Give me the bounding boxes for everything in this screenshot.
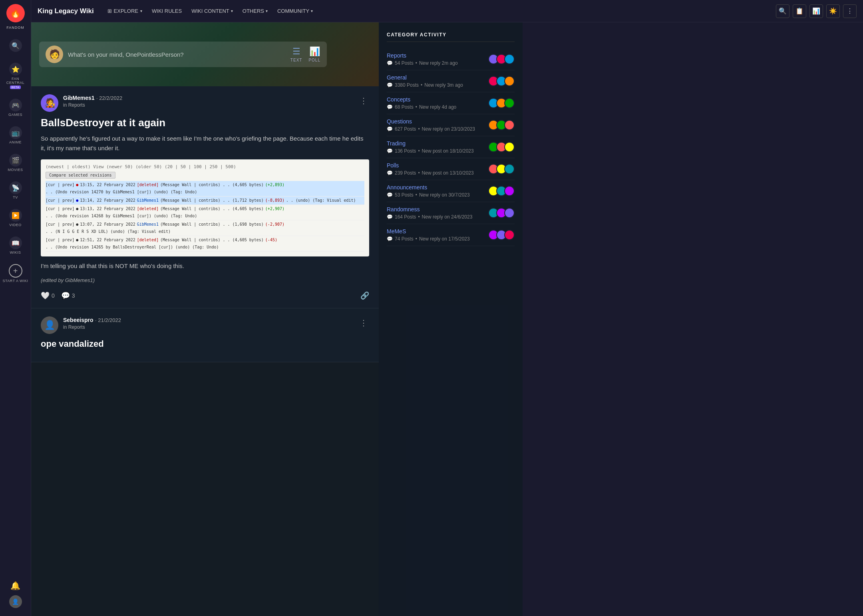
nav-others[interactable]: OTHERS ▾ (239, 6, 272, 16)
category-name-3: Questions (387, 118, 488, 125)
sidebar-item-games[interactable]: 🎮 GAMES (0, 96, 31, 119)
category-meta-6: 💬 53 Posts • New reply on 30/7/2023 (387, 192, 488, 198)
post-1-title: BallsDestroyer at it again (41, 117, 369, 129)
cat-avatar-2 (504, 164, 515, 174)
diff-row-5: [cur | prev] ● 12:51, 22 February 2022 [… (46, 236, 364, 252)
category-left-3: Questions 💬 627 Posts • New reply on 23/… (387, 118, 488, 132)
post-1-date: · 22/2/2022 (96, 95, 122, 101)
post-2-header: 👤 Sebeeispro · 21/2/2022 in Reports ⋮ (41, 316, 369, 334)
category-item-trading[interactable]: Trading 💬 136 Posts • New post on 18/10/… (387, 136, 515, 158)
post-1-header: 🧑‍🎤 GibMemes1 · 22/2/2022 in Reports ⋮ (41, 94, 369, 112)
category-item-polls[interactable]: Polls 💬 239 Posts • New post on 13/10/20… (387, 158, 515, 180)
category-item-reports[interactable]: Reports 💬 54 Posts • New reply 2m ago (387, 48, 515, 70)
category-meta-8: 💬 74 Posts • New reply on 17/5/2023 (387, 236, 488, 242)
sidebar-item-start-wiki[interactable]: + START A WIKI (0, 262, 31, 285)
category-meta-5: 💬 239 Posts • New post on 13/10/2023 (387, 170, 488, 176)
fandom-label: FANDOM (6, 26, 24, 30)
chat-icon-6: 💬 (387, 192, 393, 198)
chat-icon-8: 💬 (387, 236, 393, 242)
post-1-menu-button[interactable]: ⋮ (358, 94, 369, 107)
category-reply-5: New post on 13/10/2023 (422, 170, 474, 176)
main-content: 🧑 What's on your mind, OnePointlessPerso… (31, 0, 863, 616)
category-reply-6: New reply on 30/7/2023 (419, 192, 470, 198)
notification-bell-icon[interactable]: 🔔 (10, 581, 20, 590)
nav-explore[interactable]: ⊞ EXPLORE ▾ (103, 6, 146, 16)
others-label: OTHERS (243, 8, 264, 14)
tv-icon: 📡 (9, 181, 22, 194)
text-compose-button[interactable]: ☰ TEXT (290, 46, 302, 62)
cat-avatar-2 (504, 142, 515, 152)
feed-header: 🧑 What's on your mind, OnePointlessPerso… (31, 22, 379, 86)
sidebar-item-search[interactable]: 🔍 (0, 37, 31, 56)
nav-community[interactable]: COMMUNITY ▾ (273, 6, 317, 16)
search-button[interactable]: 🔍 (776, 4, 789, 18)
cat-avatar-2 (504, 54, 515, 64)
chat-icon-3: 💬 (387, 126, 393, 132)
games-label: GAMES (8, 113, 22, 117)
right-sidebar: CATEGORY ACTIVITY Reports 💬 54 Posts • N… (379, 22, 523, 616)
post-1-avatar: 🧑‍🎤 (41, 94, 58, 112)
category-left-7: Randomness 💬 164 Posts • New reply on 24… (387, 206, 488, 220)
wiki-activity-button[interactable]: 📋 (793, 4, 806, 18)
more-button[interactable]: ⋮ (843, 4, 857, 18)
sidebar-item-anime[interactable]: 📺 ANIME (0, 124, 31, 147)
category-avatars (488, 164, 515, 174)
stats-button[interactable]: 📊 (809, 4, 823, 18)
cat-avatar-2 (504, 120, 515, 130)
post-1-author[interactable]: GibMemes1 (63, 95, 95, 101)
post-2-author[interactable]: Sebeeispro (63, 317, 93, 323)
theme-button[interactable]: ☀️ (826, 4, 840, 18)
wiki-content-chevron: ▾ (231, 9, 233, 13)
post-2-menu-button[interactable]: ⋮ (358, 316, 369, 329)
diff-row-1: [cur | prev] ● 13:15, 22 February 2022 [… (46, 181, 364, 197)
sidebar-item-fan-central[interactable]: ⭐ FANCENTRAL BETA (0, 60, 31, 91)
post-1-share-button[interactable]: 🔗 (360, 291, 369, 300)
category-avatars (488, 54, 515, 64)
category-name-5: Polls (387, 162, 488, 169)
category-item-randomness[interactable]: Randomness 💬 164 Posts • New reply on 24… (387, 202, 515, 224)
post-1-like-button[interactable]: 🤍 0 (41, 291, 55, 300)
category-item-general[interactable]: General 💬 3380 Posts • New reply 3m ago (387, 70, 515, 92)
category-reply-7: New reply on 24/6/2023 (422, 214, 473, 220)
nav-wiki-content[interactable]: WIKI CONTENT ▾ (187, 6, 237, 16)
category-item-announcements[interactable]: Announcements 💬 53 Posts • New reply on … (387, 180, 515, 202)
category-item-questions[interactable]: Questions 💬 627 Posts • New reply on 23/… (387, 114, 515, 136)
movies-label: MOVIES (8, 168, 23, 172)
compare-revisions-button[interactable]: Compare selected revisions (46, 172, 115, 179)
compose-placeholder[interactable]: What's on your mind, OnePointlessPerson? (68, 51, 286, 58)
sidebar-item-movies[interactable]: 🎬 MOVIES (0, 151, 31, 174)
category-item-concepts[interactable]: Concepts 💬 68 Posts • New reply 4d ago (387, 92, 515, 114)
sidebar-item-video[interactable]: ▶️ VIDEO (0, 207, 31, 229)
sidebar-item-wikis[interactable]: 📖 WIKIS (0, 234, 31, 257)
nav-wiki-rules[interactable]: WIKI RULES (148, 6, 186, 16)
category-name-7: Randomness (387, 206, 488, 213)
post-2-date: · 21/2/2022 (95, 317, 121, 323)
category-meta-7: 💬 164 Posts • New reply on 24/6/2023 (387, 214, 488, 220)
cat-avatar-2 (504, 208, 515, 218)
sidebar-item-tv[interactable]: 📡 TV (0, 179, 31, 202)
compose-bar[interactable]: 🧑 What's on your mind, OnePointlessPerso… (39, 42, 327, 67)
category-meta-3: 💬 627 Posts • New reply on 23/10/2023 (387, 126, 488, 132)
fandom-logo[interactable]: 🔥 (6, 4, 25, 22)
cat-avatar-2 (504, 98, 515, 108)
post-1-actions: 🤍 0 💬 3 🔗 (41, 288, 369, 300)
category-posts-3: 627 Posts (395, 126, 416, 132)
category-item-memes[interactable]: MeMeS 💬 74 Posts • New reply on 17/5/202… (387, 224, 515, 246)
left-sidebar: 🔥 FANDOM 🔍 ⭐ FANCENTRAL BETA 🎮 GAMES 📺 A… (0, 0, 31, 616)
category-left-8: MeMeS 💬 74 Posts • New reply on 17/5/202… (387, 228, 488, 242)
post-1-meta: GibMemes1 · 22/2/2022 in Reports (63, 94, 358, 108)
category-avatars (488, 142, 515, 152)
category-avatars (488, 120, 515, 130)
diff-row-4: [cur | prev] ● 13:07, 22 February 2022 G… (46, 221, 364, 236)
share-icon: 🔗 (360, 292, 369, 300)
screenshot-header: (newest | oldest) View (newer 50) (older… (46, 164, 364, 169)
poll-label: POLL (308, 58, 320, 62)
poll-compose-button[interactable]: 📊 POLL (308, 46, 320, 62)
post-1-comment-button[interactable]: 💬 3 (61, 291, 75, 300)
diff-row-3: [cur | prev] ● 13:13, 22 February 2022 [… (46, 205, 364, 221)
category-reply-4: New post on 18/10/2023 (422, 148, 474, 154)
user-avatar[interactable]: 👤 (9, 595, 22, 608)
category-posts-7: 164 Posts (395, 214, 416, 220)
movies-icon: 🎬 (9, 154, 22, 167)
community-chevron: ▾ (311, 9, 313, 13)
